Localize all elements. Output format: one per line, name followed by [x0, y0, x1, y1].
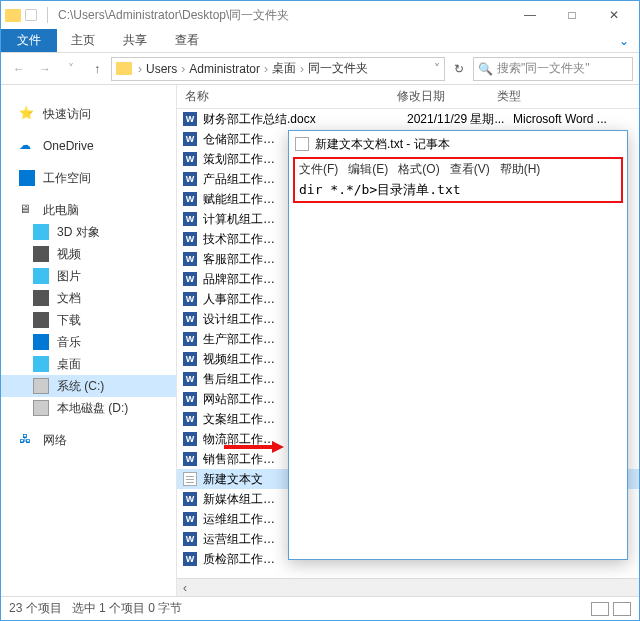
minimize-button[interactable]: — [509, 1, 551, 29]
statusbar: 23 个项目 选中 1 个项目 0 字节 [1, 596, 639, 620]
pc-icon: 🖥 [19, 202, 35, 218]
breadcrumb-item[interactable]: Administrator [185, 62, 264, 76]
menu-file[interactable]: 文件(F) [299, 161, 338, 178]
menu-edit[interactable]: 编辑(E) [348, 161, 388, 178]
dl-icon [33, 312, 49, 328]
notepad-window[interactable]: 新建文本文档.txt - 记事本 文件(F) 编辑(E) 格式(O) 查看(V)… [288, 130, 628, 560]
details-view-icon[interactable] [591, 602, 609, 616]
search-input[interactable]: 🔍 搜索"同一文件夹" [473, 57, 633, 81]
sidebar-item[interactable]: 下载 [1, 309, 176, 331]
notepad-content[interactable]: dir *.*/b>目录清单.txt [295, 179, 621, 201]
word-file-icon: W [183, 432, 197, 446]
search-placeholder: 搜索"同一文件夹" [497, 60, 590, 77]
word-file-icon: W [183, 492, 197, 506]
word-file-icon: W [183, 132, 197, 146]
col-type[interactable]: 类型 [497, 88, 639, 105]
back-button[interactable]: ← [7, 57, 31, 81]
ribbon-chevron-icon[interactable]: ⌄ [609, 29, 639, 52]
word-file-icon: W [183, 172, 197, 186]
word-file-icon: W [183, 272, 197, 286]
file-name: 物流部工作总结 [203, 431, 275, 448]
file-name: 新媒体组工作总 [203, 491, 275, 508]
sidebar-item-label: 音乐 [57, 334, 81, 351]
menu-help[interactable]: 帮助(H) [500, 161, 541, 178]
word-file-icon: W [183, 312, 197, 326]
status-selection: 选中 1 个项目 0 字节 [72, 600, 183, 617]
file-name: 质检部工作总结 [203, 551, 275, 568]
word-file-icon: W [183, 552, 197, 566]
sidebar-item-label: 桌面 [57, 356, 81, 373]
sidebar-item[interactable]: 文档 [1, 287, 176, 309]
word-file-icon: W [183, 112, 197, 126]
word-file-icon: W [183, 212, 197, 226]
titlebar[interactable]: C:\Users\Administrator\Desktop\同一文件夹 — □… [1, 1, 639, 29]
sidebar-item-label: OneDrive [43, 139, 94, 153]
sidebar-item[interactable]: 🖧网络 [1, 429, 176, 451]
maximize-button[interactable]: □ [551, 1, 593, 29]
up-button[interactable]: ↑ [85, 57, 109, 81]
file-name: 运维组工作总结 [203, 511, 275, 528]
sidebar-item-label: 视频 [57, 246, 81, 263]
file-name: 技术部工作总结 [203, 231, 275, 248]
tab-share[interactable]: 共享 [109, 29, 161, 52]
word-file-icon: W [183, 372, 197, 386]
sidebar-item-label: 下载 [57, 312, 81, 329]
sidebar-item-label: 快速访问 [43, 106, 91, 123]
tab-home[interactable]: 主页 [57, 29, 109, 52]
file-name: 赋能组工作总结 [203, 191, 275, 208]
sidebar-item[interactable]: ☁OneDrive [1, 135, 176, 157]
folder-icon [5, 9, 21, 22]
menu-format[interactable]: 格式(O) [398, 161, 439, 178]
notepad-title: 新建文本文档.txt - 记事本 [315, 136, 450, 153]
folder-icon [25, 9, 37, 21]
status-count: 23 个项目 [9, 600, 62, 617]
window-controls: — □ ✕ [509, 1, 635, 29]
breadcrumb-item[interactable]: 同一文件夹 [304, 60, 372, 77]
drive-icon [33, 378, 49, 394]
file-name: 策划部工作总结 [203, 151, 275, 168]
thumbnails-view-icon[interactable] [613, 602, 631, 616]
word-file-icon: W [183, 512, 197, 526]
sidebar-item[interactable]: 3D 对象 [1, 221, 176, 243]
sidebar-item[interactable]: 桌面 [1, 353, 176, 375]
word-file-icon: W [183, 252, 197, 266]
notepad-titlebar[interactable]: 新建文本文档.txt - 记事本 [289, 131, 627, 157]
sidebar-item[interactable]: 工作空间 [1, 167, 176, 189]
sidebar-item[interactable]: ⭐快速访问 [1, 103, 176, 125]
breadcrumb-item[interactable]: 桌面 [268, 60, 300, 77]
sidebar-item[interactable]: 图片 [1, 265, 176, 287]
breadcrumb[interactable]: › Users › Administrator › 桌面 › 同一文件夹 ˅ [111, 57, 445, 81]
word-file-icon: W [183, 352, 197, 366]
video-icon [33, 246, 49, 262]
file-name: 计算机组工作总 [203, 211, 275, 228]
sidebar-item[interactable]: 本地磁盘 (D:) [1, 397, 176, 419]
menu-view[interactable]: 查看(V) [450, 161, 490, 178]
tab-view[interactable]: 查看 [161, 29, 213, 52]
file-row[interactable]: W财务部工作总结.docx2021/11/29 星期...Microsoft W… [177, 109, 639, 129]
word-file-icon: W [183, 232, 197, 246]
sidebar-item[interactable]: 🖥此电脑 [1, 199, 176, 221]
sidebar-item-label: 工作空间 [43, 170, 91, 187]
file-name: 仓储部工作总结 [203, 131, 275, 148]
sidebar-item-label: 此电脑 [43, 202, 79, 219]
forward-button[interactable]: → [33, 57, 57, 81]
file-name: 运营组工作总结 [203, 531, 275, 548]
refresh-button[interactable]: ↻ [447, 62, 471, 76]
word-file-icon: W [183, 532, 197, 546]
sidebar-item-label: 本地磁盘 (D:) [57, 400, 128, 417]
tab-file[interactable]: 文件 [1, 29, 57, 52]
breadcrumb-item[interactable]: Users [142, 62, 181, 76]
sidebar-item[interactable]: 视频 [1, 243, 176, 265]
ribbon-tabs: 文件 主页 共享 查看 ⌄ [1, 29, 639, 53]
file-name: 售后组工作总结 [203, 371, 275, 388]
scroll-left-button[interactable]: ‹ [177, 578, 639, 596]
col-name[interactable]: 名称 [177, 88, 397, 105]
sidebar-item[interactable]: 系统 (C:) [1, 375, 176, 397]
history-dropdown-icon[interactable]: ˅ [59, 57, 83, 81]
breadcrumb-dropdown-icon[interactable]: ˅ [434, 62, 440, 76]
sidebar-item[interactable]: 音乐 [1, 331, 176, 353]
col-date[interactable]: 修改日期 [397, 88, 497, 105]
close-button[interactable]: ✕ [593, 1, 635, 29]
file-name: 视频组工作总结 [203, 351, 275, 368]
sidebar-item-label: 系统 (C:) [57, 378, 104, 395]
